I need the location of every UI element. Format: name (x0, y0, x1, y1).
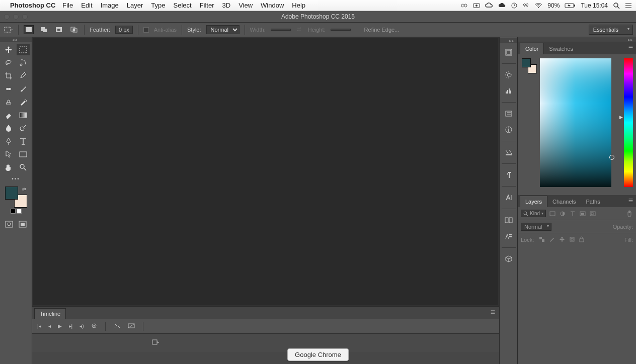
timeline-track-area[interactable]: ＋ (32, 334, 499, 352)
lock-image-icon[interactable] (549, 236, 555, 243)
blur-tool-icon[interactable] (2, 123, 15, 134)
character-styles-panel-icon[interactable] (502, 229, 516, 243)
color-panel-menu-icon[interactable]: ≡ (625, 41, 636, 54)
brush-tool-icon[interactable] (17, 83, 30, 95)
eyedropper-tool-icon[interactable] (17, 70, 30, 81)
info-panel-icon[interactable] (502, 123, 516, 137)
hue-slider[interactable] (624, 58, 633, 187)
lock-position-icon[interactable] (559, 236, 565, 243)
glyphs-panel-icon[interactable] (502, 213, 516, 227)
blend-mode-select[interactable]: Normal (521, 223, 551, 231)
rectangular-marquee-tool-icon[interactable] (17, 44, 30, 55)
creative-cloud-icon[interactable] (485, 3, 493, 9)
panels-collapse-handle[interactable]: ▸▸ (518, 37, 636, 42)
histogram-panel-icon[interactable] (502, 84, 516, 98)
timeline-first-frame-icon[interactable]: |◂ (37, 323, 41, 329)
selection-intersect-icon[interactable] (69, 25, 79, 34)
filter-smart-icon[interactable] (589, 210, 596, 217)
dropbox-icon[interactable] (522, 3, 529, 9)
menu-filter[interactable]: Filter (200, 2, 214, 9)
active-tool-preset-icon[interactable] (3, 25, 13, 34)
menu-3d[interactable]: 3D (222, 2, 231, 9)
app-name[interactable]: Photoshop CC (10, 2, 55, 9)
timeline-prev-frame-icon[interactable]: ◂ (48, 323, 51, 329)
timeline-add-media-icon[interactable] (152, 338, 159, 347)
menu-select[interactable]: Select (173, 2, 191, 9)
menu-list-icon[interactable] (625, 3, 632, 9)
menu-view[interactable]: View (238, 2, 253, 9)
hand-tool-icon[interactable] (2, 162, 15, 173)
paths-tab[interactable]: Paths (581, 196, 605, 207)
swatches-tab[interactable]: Swatches (544, 43, 578, 54)
filter-toggle-icon[interactable] (626, 210, 633, 217)
timeline-audio-mute-icon[interactable]: ◂) (80, 323, 84, 329)
filter-shape-icon[interactable] (579, 210, 586, 217)
quick-selection-tool-icon[interactable] (17, 57, 30, 68)
color-tab[interactable]: Color (520, 43, 544, 54)
selection-add-icon[interactable] (39, 25, 49, 34)
spotlight-icon[interactable] (613, 2, 620, 9)
filter-adjustment-icon[interactable] (559, 210, 566, 217)
menu-layer[interactable]: Layer (127, 2, 143, 9)
move-tool-icon[interactable] (2, 44, 15, 55)
color-field[interactable] (540, 58, 611, 187)
type-tool-icon[interactable] (17, 136, 30, 147)
timeline-next-frame-icon[interactable]: ▸| (69, 323, 73, 329)
filter-type-icon[interactable] (569, 210, 576, 217)
canvas-workspace[interactable] (33, 38, 498, 305)
eraser-tool-icon[interactable] (2, 110, 15, 121)
menu-window[interactable]: Window (261, 2, 284, 9)
menu-edit[interactable]: Edit (81, 2, 92, 9)
style-select[interactable]: Normal (206, 25, 240, 34)
close-window-button[interactable] (4, 14, 10, 20)
foreground-background-colors[interactable]: ⇄ (5, 187, 27, 208)
selection-subtract-icon[interactable] (54, 25, 64, 34)
selection-new-icon[interactable] (24, 25, 34, 34)
clock-icon[interactable] (511, 3, 517, 9)
wifi-icon[interactable] (534, 3, 542, 9)
history-panel-icon[interactable] (502, 45, 516, 59)
lock-artboard-icon[interactable] (569, 236, 575, 243)
rectangle-shape-tool-icon[interactable] (17, 149, 30, 160)
dodge-tool-icon[interactable] (17, 123, 30, 134)
screen-record-icon[interactable] (473, 3, 480, 9)
sync-icon[interactable] (461, 3, 468, 9)
color-panel-fg-swatch[interactable] (522, 58, 531, 67)
timeline-tab[interactable]: Timeline (34, 308, 66, 319)
spot-healing-tool-icon[interactable] (2, 83, 15, 95)
timeline-split-icon[interactable] (114, 323, 121, 330)
3d-panel-icon[interactable] (502, 252, 516, 266)
channels-tab[interactable]: Channels (547, 196, 581, 207)
path-selection-tool-icon[interactable] (2, 149, 15, 160)
paragraph-panel-icon[interactable] (502, 168, 516, 182)
zoom-window-button[interactable] (22, 14, 28, 20)
history-brush-tool-icon[interactable] (17, 97, 30, 108)
timeline-transition-icon[interactable] (128, 323, 135, 330)
zoom-tool-icon[interactable] (17, 162, 30, 173)
minimize-window-button[interactable] (13, 14, 19, 20)
filter-pixel-icon[interactable] (549, 210, 556, 217)
clock-text[interactable]: Tue 15:04 (581, 2, 608, 9)
hue-slider-pointer[interactable]: ▶ (619, 115, 623, 120)
lasso-tool-icon[interactable] (2, 57, 15, 68)
styles-panel-icon[interactable] (502, 145, 516, 159)
timeline-panel-menu-icon[interactable]: ≡ (489, 306, 497, 319)
foreground-color-swatch[interactable] (5, 187, 18, 200)
layer-filter-kind-select[interactable]: Kind▾ (521, 210, 546, 217)
extra-tools-indicator[interactable]: ••• (2, 175, 30, 181)
lock-all-icon[interactable] (579, 236, 584, 243)
menu-type[interactable]: Type (151, 2, 165, 9)
gradient-tool-icon[interactable] (17, 110, 30, 121)
pen-tool-icon[interactable] (2, 136, 15, 147)
timeline-settings-icon[interactable] (91, 323, 97, 330)
battery-icon[interactable] (565, 3, 576, 9)
cloud-icon[interactable] (498, 3, 506, 9)
lock-transparent-icon[interactable] (539, 236, 545, 243)
clone-stamp-tool-icon[interactable] (2, 97, 15, 108)
tools-collapse-handle[interactable]: ◂◂ (0, 37, 32, 42)
menu-image[interactable]: Image (101, 2, 119, 9)
adjustments-panel-icon[interactable] (502, 68, 516, 82)
refine-edge-button[interactable]: Refine Edge... (361, 26, 403, 34)
color-panel-fgbg[interactable] (522, 58, 537, 73)
feather-input[interactable]: 0 px (115, 26, 133, 34)
